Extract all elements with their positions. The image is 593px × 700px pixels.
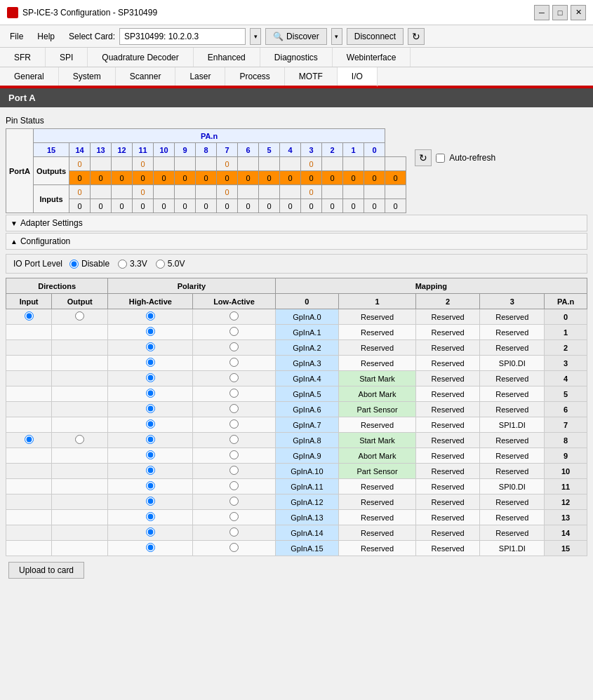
low-active-radio-3[interactable] <box>229 358 239 367</box>
high-active-radio-4[interactable] <box>146 373 155 382</box>
low-active-radio-6[interactable] <box>229 404 239 413</box>
high-active-radio-1[interactable] <box>146 327 155 336</box>
output-radio-g2[interactable] <box>75 435 84 444</box>
high-active-radio-12[interactable] <box>146 497 155 506</box>
file-menu[interactable]: File <box>3 29 30 44</box>
config-row-2: GpInA.2ReservedReservedReserved2 <box>6 340 587 356</box>
tab2-laser[interactable]: Laser <box>175 67 225 86</box>
tab2-general[interactable]: General <box>0 67 59 86</box>
tab2-motf[interactable]: MOTF <box>285 67 338 86</box>
out-sum-11 <box>154 157 175 171</box>
in-val-11: 0 <box>154 199 175 213</box>
tab2-scanner[interactable]: Scanner <box>116 67 176 86</box>
config-row-1: GpInA.1ReservedReservedReserved1 <box>6 325 587 340</box>
input-radio-g2[interactable] <box>25 435 34 444</box>
map-0-2: GpInA.2 <box>275 340 339 356</box>
tab2-process[interactable]: Process <box>225 67 284 86</box>
tab2-i/o[interactable]: I/O <box>338 67 378 87</box>
low-active-radio-2[interactable] <box>229 342 239 351</box>
dir-input-12 <box>6 494 52 510</box>
v33-radio-label[interactable]: 3.3V <box>118 259 147 269</box>
low-active-radio-1[interactable] <box>229 327 239 336</box>
minimize-button[interactable]: ─ <box>534 5 549 20</box>
title-bar-left: SP-ICE-3 Configuration - SP310499 <box>7 7 157 18</box>
input-radio-g1[interactable] <box>25 311 34 321</box>
configuration-label: Configuration <box>20 236 70 246</box>
v50-radio[interactable] <box>156 260 165 269</box>
card-dropdown-arrow[interactable]: ▾ <box>250 28 261 45</box>
map-3-0: Reserved <box>480 309 545 325</box>
v33-radio[interactable] <box>118 260 127 269</box>
map-1-15: Reserved <box>339 541 416 556</box>
low-active-radio-13[interactable] <box>229 512 239 521</box>
tab-enhanced[interactable]: Enhanced <box>194 48 260 67</box>
high-active-radio-15[interactable] <box>146 543 155 552</box>
close-button[interactable]: ✕ <box>571 5 586 20</box>
high-active-radio-3[interactable] <box>146 358 155 367</box>
high-active-radio-2[interactable] <box>146 342 155 351</box>
tab-sfr[interactable]: SFR <box>0 48 46 67</box>
high-active-radio-0[interactable] <box>146 311 155 321</box>
dir-input-5 <box>6 386 52 402</box>
in-val-6: 0 <box>259 199 280 213</box>
tab-spi[interactable]: SPI <box>46 48 88 67</box>
help-menu[interactable]: Help <box>30 29 62 44</box>
low-active-7 <box>193 417 275 433</box>
low-active-radio-0[interactable] <box>229 311 239 321</box>
high-active-radio-9[interactable] <box>146 450 155 459</box>
low-active-radio-5[interactable] <box>229 389 239 398</box>
high-active-radio-10[interactable] <box>146 466 155 475</box>
config-row-4: GpInA.4Start MarkReservedReserved4 <box>6 371 587 386</box>
outputs-label: Outputs <box>33 157 69 185</box>
low-active-radio-14[interactable] <box>229 527 239 537</box>
discover-dropdown-arrow[interactable]: ▾ <box>331 28 342 45</box>
low-active-radio-7[interactable] <box>229 419 239 429</box>
high-active-radio-5[interactable] <box>146 389 155 398</box>
low-active-radio-15[interactable] <box>229 543 239 552</box>
out-val-1: 0 <box>364 171 385 185</box>
low-active-radio-12[interactable] <box>229 497 239 506</box>
app-icon <box>7 7 18 18</box>
config-row-5: GpInA.5Abort MarkReservedReserved5 <box>6 386 587 402</box>
tab2-system[interactable]: System <box>59 67 116 86</box>
upload-button[interactable]: Upload to card <box>8 562 84 579</box>
disable-radio-label[interactable]: Disable <box>69 259 109 269</box>
maximize-button[interactable]: □ <box>552 5 568 20</box>
discover-button[interactable]: 🔍 Discover <box>265 28 327 45</box>
high-active-11 <box>108 479 193 494</box>
map-0-9: GpInA.9 <box>275 448 339 464</box>
pin-num-15: 15 <box>33 143 69 157</box>
high-active-radio-6[interactable] <box>146 404 155 413</box>
input-summary-row: Inputs0000 <box>6 185 406 199</box>
high-active-radio-14[interactable] <box>146 527 155 537</box>
out-sum-5 <box>280 157 301 171</box>
adapter-settings-header[interactable]: ▼ Adapter Settings <box>6 215 587 231</box>
configuration-header[interactable]: ▲ Configuration <box>6 233 587 250</box>
disable-radio[interactable] <box>69 260 79 269</box>
output-radio-g1[interactable] <box>75 311 84 321</box>
low-active-radio-11[interactable] <box>229 481 239 490</box>
map-3-11: SPI0.DI <box>480 479 545 494</box>
low-active-radio-9[interactable] <box>229 450 239 459</box>
tab-diagnostics[interactable]: Diagnostics <box>260 48 333 67</box>
high-active-radio-13[interactable] <box>146 512 155 521</box>
high-active-radio-11[interactable] <box>146 481 155 490</box>
tab-webinterface[interactable]: Webinterface <box>333 48 411 67</box>
low-active-radio-8[interactable] <box>229 435 239 444</box>
pin-refresh-button[interactable]: ↻ <box>415 149 432 166</box>
card-select[interactable] <box>119 28 246 45</box>
v50-radio-label[interactable]: 5.0V <box>156 259 185 269</box>
high-active-radio-8[interactable] <box>146 435 155 444</box>
auto-refresh-checkbox[interactable] <box>436 154 445 163</box>
config-row-13: GpInA.13ReservedReservedReserved13 <box>6 510 587 525</box>
tab-quadrature-decoder[interactable]: Quadrature Decoder <box>88 48 193 67</box>
low-active-2 <box>193 340 275 356</box>
low-active-3 <box>193 356 275 371</box>
out-sum-2 <box>343 157 364 171</box>
disconnect-button[interactable]: Disconnect <box>347 28 404 45</box>
low-active-radio-4[interactable] <box>229 373 239 382</box>
content-scroll: Port A Pin Status PortAPA.n1514131211109… <box>0 87 593 700</box>
high-active-radio-7[interactable] <box>146 419 155 429</box>
low-active-radio-10[interactable] <box>229 466 239 475</box>
refresh-button[interactable]: ↻ <box>408 28 425 45</box>
